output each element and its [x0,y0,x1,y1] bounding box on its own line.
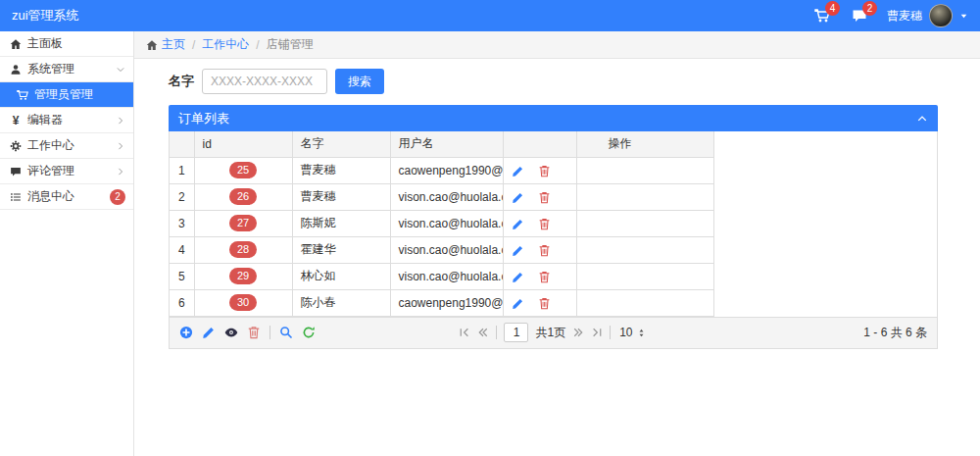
orders-table: id 名字 用户名 操作 1 25 曹麦穗 caowenpeng1990@126… [170,131,714,317]
row-id-cell: 27 [194,210,292,236]
sidebar-item-label: 评论管理 [27,163,116,179]
row-id-cell: 30 [194,289,292,316]
row-actions-cell [503,210,576,236]
sidebar-item-icon-slot [8,166,24,177]
avatar [929,4,953,27]
row-id-badge: 29 [229,268,257,284]
edit-row-icon[interactable] [512,165,524,177]
row-actions-cell [503,183,576,210]
table-row: 1 25 曹麦穗 caowenpeng1990@126.c [170,157,713,183]
breadcrumb-separator: / [192,38,195,52]
breadcrumb-label: 店铺管理 [267,36,314,53]
row-operation-cell [576,263,713,289]
last-page-button[interactable] [591,327,603,338]
cart-button[interactable]: 4 [812,6,832,25]
breadcrumb-item: 店铺管理 [267,36,314,53]
breadcrumb-item[interactable]: 工作中心 [202,36,249,53]
edit-row-icon[interactable] [512,218,524,230]
row-number-cell: 6 [170,289,194,316]
panel-body: id 名字 用户名 操作 1 25 曹麦穗 caowenpeng1990@126… [169,131,938,349]
add-record-button[interactable] [179,326,193,339]
sidebar-item-right-slot: 2 [110,189,125,205]
home-icon [146,39,158,51]
caret-down-icon [959,12,968,21]
breadcrumb-label: 主页 [162,36,185,53]
pager-divider [610,326,611,339]
table-row: 2 26 曹麦穗 vison.cao@huolala.cn [170,183,713,210]
table-body: 1 25 曹麦穗 caowenpeng1990@126.c 2 26 曹麦穗 v… [170,157,713,316]
sidebar-item-comments[interactable]: 评论管理 [0,159,133,184]
delete-row-icon[interactable] [538,297,551,310]
edit-record-button[interactable] [202,326,216,339]
sidebar-item-dashboard[interactable]: 主面板 [0,31,133,57]
row-username-cell: caowenpeng1990@126.c [390,157,503,183]
header-actions [503,131,576,157]
breadcrumb-label: 工作中心 [202,36,249,53]
collapse-panel-icon[interactable] [916,113,928,125]
search-row: 名字 搜索 [169,69,938,94]
page-size-select[interactable]: 10 [617,326,647,339]
breadcrumb-separator: / [256,38,259,52]
delete-row-icon[interactable] [538,165,551,177]
row-id-cell: 26 [194,183,292,210]
search-input[interactable] [202,69,327,94]
user-icon [10,64,22,76]
row-operation-cell [576,210,713,236]
refresh-button[interactable] [302,326,316,339]
row-name-cell: 霍建华 [292,236,390,263]
sidebar-item-icon-slot [8,191,24,203]
header-num [170,131,194,157]
view-record-button[interactable] [224,326,238,339]
page-number: 1 [504,323,528,342]
breadcrumb-item[interactable]: 主页 [146,36,185,53]
sidebar-item-system[interactable]: 系统管理 [0,57,133,82]
sidebar-item-editor[interactable]: ¥ 编辑器 [0,108,133,133]
sidebar-item-admin[interactable]: 管理员管理 [0,82,133,108]
user-menu[interactable]: 曹麦穗 [887,4,968,27]
orders-panel: 订单列表 id [169,105,938,349]
username: 曹麦穗 [887,8,922,25]
sidebar-item-icon-slot: ¥ [8,115,24,127]
prev-page-button[interactable] [477,327,489,338]
header-name: 名字 [292,131,390,157]
row-number-cell: 5 [170,263,194,289]
delete-row-icon[interactable] [538,271,551,283]
edit-row-icon[interactable] [512,271,524,283]
delete-record-button[interactable] [247,326,261,339]
row-username-cell: vison.cao@huolala.cn [390,263,503,289]
table-footer: 1 共1页 10 1 - 6 共 6 条 [170,317,937,348]
row-actions-cell [503,236,576,263]
row-username-cell: vison.cao@huolala.cn [390,236,503,263]
row-operation-cell [576,289,713,316]
delete-row-icon[interactable] [538,244,551,257]
row-username-cell: vison.cao@huolala.cn [390,183,503,210]
search-button[interactable]: 搜索 [335,69,384,94]
row-id-cell: 25 [194,157,292,183]
sidebar-item-work-center[interactable]: 工作中心 [0,133,133,159]
row-name-cell: 陈小春 [292,289,390,316]
home-icon [10,38,22,50]
edit-row-icon[interactable] [512,191,524,204]
edit-row-icon[interactable] [512,244,524,257]
delete-row-icon[interactable] [538,191,551,204]
header-id: id [194,131,292,157]
gear-icon [10,140,22,152]
sidebar-item-label: 编辑器 [27,112,116,128]
row-actions-cell [503,263,576,289]
next-page-button[interactable] [572,327,584,338]
row-operation-cell [576,157,713,183]
edit-row-icon[interactable] [512,297,524,310]
search-records-button[interactable] [279,326,293,339]
sidebar-badge: 2 [110,189,125,205]
sidebar-item-messages[interactable]: 消息中心 2 [0,184,133,210]
row-id-badge: 27 [229,215,257,231]
delete-row-icon[interactable] [538,218,551,230]
row-id-badge: 30 [229,294,257,311]
sidebar-item-label: 工作中心 [27,137,116,154]
footer-toolbar [179,326,459,339]
messages-button[interactable]: 2 [850,6,869,25]
comment-icon [10,166,22,177]
records-info: 1 - 6 共 6 条 [863,325,927,341]
first-page-button[interactable] [459,327,470,338]
pager-divider [496,326,497,339]
